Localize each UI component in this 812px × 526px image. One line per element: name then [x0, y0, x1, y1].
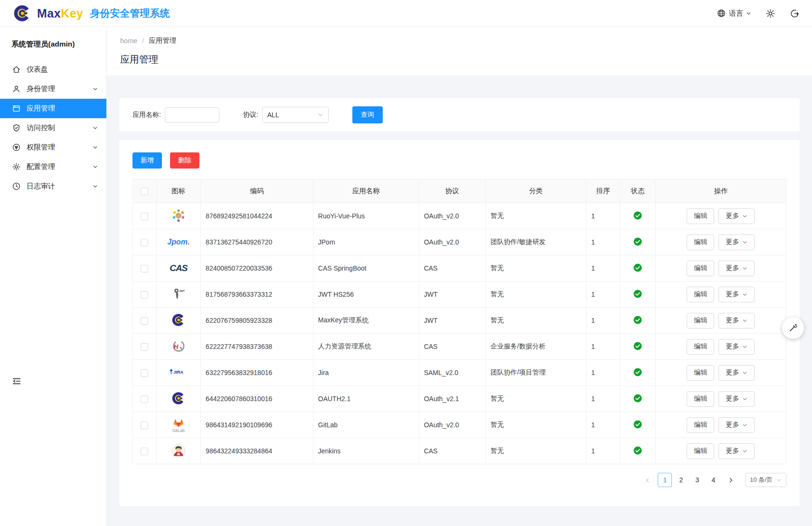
sidebar-item-label: 权限管理: [27, 143, 55, 152]
more-button[interactable]: 更多: [718, 339, 755, 355]
table-header-row: 图标编码应用名称协议分类排序状态操作: [133, 179, 786, 203]
app-protocol: OAuth_v2.1: [424, 395, 459, 403]
edit-button[interactable]: 编辑: [687, 313, 714, 329]
more-button[interactable]: 更多: [718, 365, 755, 381]
table-row: CAS 824008507220033536 CAS SpringBoot CA…: [133, 255, 786, 282]
edit-button[interactable]: 编辑: [687, 443, 714, 459]
table-row: Jpom. 837136275440926720 JPom OAuth_v2.0…: [133, 229, 786, 255]
breadcrumb-home-link[interactable]: home: [120, 37, 137, 45]
app-protocol: OAuth_v2.0: [424, 238, 459, 246]
sidebar-item-permissions[interactable]: 权限管理: [0, 138, 106, 157]
more-button[interactable]: 更多: [718, 261, 755, 276]
app-code: 644220607860310016: [206, 395, 272, 403]
edit-button[interactable]: 编辑: [687, 287, 714, 302]
page-button-3[interactable]: 3: [690, 473, 704, 487]
edit-button[interactable]: 编辑: [687, 208, 714, 224]
more-button-label: 更多: [726, 447, 739, 455]
more-button[interactable]: 更多: [718, 391, 755, 407]
more-button[interactable]: 更多: [718, 313, 755, 329]
page-button-2[interactable]: 2: [674, 473, 688, 487]
edit-button[interactable]: 编辑: [687, 261, 714, 276]
app-sort: 1: [591, 369, 595, 376]
row-checkbox[interactable]: [141, 291, 148, 299]
row-checkbox[interactable]: [141, 395, 148, 403]
more-button[interactable]: 更多: [718, 443, 755, 459]
app-category: 暂无: [491, 394, 504, 402]
chevron-down-icon: [742, 344, 747, 349]
status-enabled-icon: [633, 368, 642, 376]
chevron-down-icon: [93, 145, 98, 150]
brand: MaxKey 身份安全管理系统: [12, 3, 170, 23]
app-protocol: SAML_v2.0: [424, 369, 458, 376]
row-checkbox[interactable]: [141, 213, 148, 220]
table-row: GitLab 986431492190109696 GitLab OAuth_v…: [133, 412, 786, 438]
page-size-select[interactable]: 10 条/页: [745, 473, 786, 487]
row-checkbox[interactable]: [141, 265, 148, 272]
more-button[interactable]: 更多: [718, 208, 755, 224]
next-page-icon[interactable]: [724, 473, 737, 487]
table-row: 986432249333284864 Jenkins CAS 暂无 1 编辑 更…: [133, 438, 786, 464]
chevron-down-icon: [776, 478, 782, 483]
current-user: 系统管理员(admin): [0, 27, 106, 56]
edit-button[interactable]: 编辑: [687, 235, 714, 250]
row-checkbox[interactable]: [141, 343, 148, 351]
more-button[interactable]: 更多: [718, 287, 755, 302]
more-button-label: 更多: [726, 421, 739, 429]
table-row: JWT 817568793663373312 JWT HS256 JWT 暂无 …: [133, 282, 786, 308]
row-checkbox[interactable]: [141, 448, 148, 455]
gear-icon: [12, 162, 21, 171]
brand-title: 身份安全管理系统: [90, 7, 170, 20]
column-header: 排序: [586, 179, 620, 203]
chevron-down-icon: [742, 266, 747, 271]
select-all-checkbox[interactable]: [141, 188, 148, 195]
delete-button[interactable]: 删除: [170, 152, 199, 169]
sidebar-item-apps[interactable]: 应用管理: [0, 99, 106, 118]
sidebar-item-access[interactable]: 访问控制: [0, 118, 106, 138]
settings-gear-icon[interactable]: [765, 9, 775, 19]
app-code: 632279563832918016: [206, 369, 272, 376]
table-body: 876892492581044224 RuoYi-Vue-Plus OAuth_…: [133, 203, 786, 464]
page-button-4[interactable]: 4: [706, 473, 720, 487]
page-button-1[interactable]: 1: [658, 473, 672, 487]
column-header: 状态: [620, 179, 655, 203]
row-checkbox[interactable]: [141, 239, 148, 246]
sidebar-item-identity[interactable]: 身份管理: [0, 79, 106, 99]
sidebar-item-audit[interactable]: 日志审计: [0, 177, 106, 196]
more-button[interactable]: 更多: [718, 235, 755, 250]
jpom-logo-icon: Jpom.: [167, 238, 189, 246]
prev-page-icon[interactable]: [641, 473, 654, 487]
protocol-select-value: ALL: [267, 111, 279, 119]
edit-button[interactable]: 编辑: [687, 365, 714, 381]
app-protocol: JWT: [424, 291, 438, 298]
protocol-select[interactable]: ALL: [262, 107, 329, 123]
app-sort: 1: [591, 264, 595, 272]
apps-table: 图标编码应用名称协议分类排序状态操作 876892492581044224 Ru…: [132, 179, 786, 464]
logout-icon[interactable]: [790, 9, 800, 19]
row-checkbox[interactable]: [141, 422, 148, 429]
app-code: 824008507220033536: [206, 264, 272, 272]
cas-logo-icon: CAS: [170, 263, 187, 273]
app-category: 暂无: [491, 264, 504, 272]
row-checkbox[interactable]: [141, 317, 148, 325]
edit-button[interactable]: 编辑: [687, 339, 714, 355]
app-name: Jira: [318, 369, 329, 376]
app-name: JWT HS256: [318, 291, 354, 298]
app-sort: 1: [591, 238, 595, 246]
edit-button[interactable]: 编辑: [687, 391, 714, 407]
more-button-label: 更多: [726, 394, 739, 403]
sidebar-item-config[interactable]: 配置管理: [0, 157, 106, 177]
language-switcher[interactable]: 语言: [717, 9, 751, 18]
row-checkbox[interactable]: [141, 369, 148, 377]
app-name-input[interactable]: [165, 107, 219, 122]
menu-collapse-icon[interactable]: [11, 376, 22, 386]
breadcrumb-separator: /: [142, 37, 144, 45]
edit-button[interactable]: 编辑: [687, 417, 714, 433]
app-name: MaxKey管理系统: [318, 316, 369, 324]
sidebar-item-dashboard[interactable]: 仪表盘: [0, 60, 106, 79]
add-button[interactable]: 新增: [132, 152, 162, 169]
more-button[interactable]: 更多: [718, 417, 755, 433]
theme-tool-button[interactable]: [782, 317, 804, 339]
search-button[interactable]: 查询: [352, 106, 383, 123]
app-category: 暂无: [491, 212, 504, 219]
svg-text:H: H: [174, 343, 179, 350]
